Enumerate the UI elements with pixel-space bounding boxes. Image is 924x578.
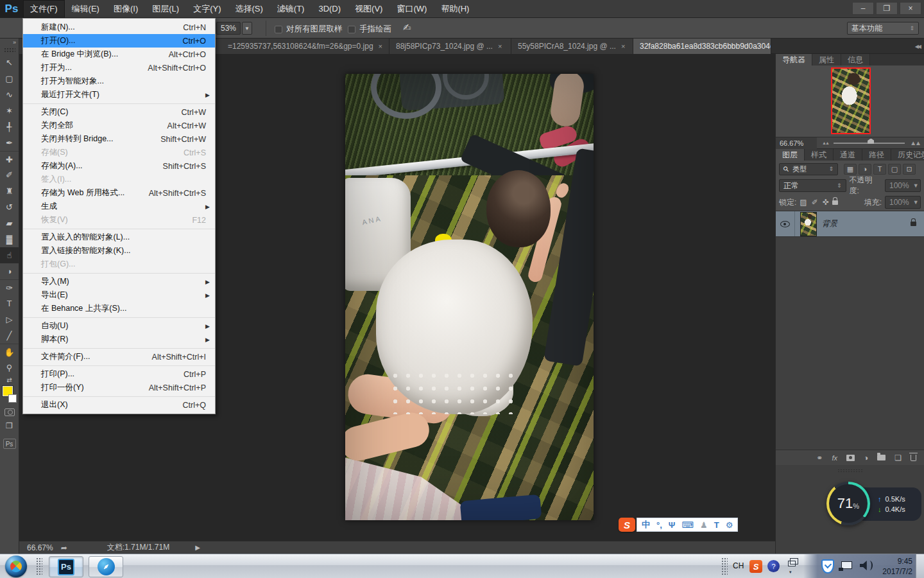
tray-sogou-icon[interactable]: S bbox=[749, 560, 762, 573]
panel-tab[interactable]: 路径 bbox=[862, 149, 891, 161]
zoom-in-icon[interactable]: ▲▲ bbox=[910, 139, 920, 146]
file-menu-item[interactable]: 置入链接的智能对象(K)... ▶ bbox=[23, 244, 215, 258]
file-menu-item[interactable]: 打印一份(Y) Alt+Shift+Ctrl+P ▶ bbox=[23, 381, 215, 394]
file-menu-item[interactable]: 在 Behance 上共享(S)... ▶ bbox=[23, 302, 215, 315]
file-menu-item[interactable]: 打开为智能对象... ▶ bbox=[23, 74, 215, 88]
sample-all-layers-checkbox[interactable] bbox=[275, 26, 282, 33]
navigator-zoom-slider[interactable] bbox=[834, 143, 905, 144]
file-menu-item[interactable]: 打印(P)... Ctrl+P ▶ bbox=[23, 365, 215, 381]
layer-style-icon[interactable]: fx bbox=[832, 454, 837, 462]
tray-window-icon[interactable] bbox=[788, 561, 796, 566]
file-menu-item[interactable]: 打开为... Alt+Shift+Ctrl+O ▶ bbox=[23, 61, 215, 74]
tool-button[interactable]: ╱ bbox=[0, 328, 19, 344]
tray-grip[interactable] bbox=[721, 557, 728, 575]
file-menu-item[interactable]: 导出(E) ▶ bbox=[23, 288, 215, 302]
lock-button[interactable]: ✐ bbox=[812, 198, 818, 207]
share-icon[interactable]: ➦ bbox=[61, 543, 67, 552]
tool-button[interactable]: ▷ bbox=[0, 311, 19, 328]
menubar-item[interactable]: 图像(I) bbox=[107, 0, 145, 18]
file-menu-item[interactable]: 文件简介(F)... Alt+Shift+Ctrl+I ▶ bbox=[23, 348, 215, 363]
file-menu-item[interactable]: 自动(U) ▶ bbox=[23, 317, 215, 333]
menubar-item[interactable]: 帮助(H) bbox=[434, 0, 476, 18]
tool-button[interactable]: T bbox=[0, 295, 19, 311]
chinese-mode-icon[interactable]: 中 bbox=[642, 519, 650, 530]
panel-resize-grip[interactable] bbox=[837, 469, 863, 473]
panel-tab[interactable]: 样式 bbox=[805, 149, 834, 161]
tray-help-icon[interactable]: ? bbox=[767, 560, 780, 572]
swap-colors-icon[interactable]: ⇄ bbox=[0, 376, 19, 385]
add-mask-icon[interactable] bbox=[846, 455, 855, 461]
navigator-proxy-view[interactable] bbox=[831, 67, 871, 134]
background-color-swatch[interactable] bbox=[8, 394, 17, 403]
navigator-zoom-value[interactable]: 66.67% bbox=[776, 137, 817, 149]
tool-button[interactable]: ↖ bbox=[0, 55, 19, 71]
punctuation-icon[interactable]: °, bbox=[656, 520, 662, 530]
microphone-icon[interactable]: Ψ bbox=[669, 520, 676, 530]
file-menu-item[interactable]: 关闭(C) Ctrl+W ▶ bbox=[23, 103, 215, 119]
lock-button[interactable]: ✜ bbox=[823, 198, 829, 207]
document-tab[interactable]: 32fa828ba61ea8d383cb6bbb9d0a304e bbox=[633, 39, 771, 54]
file-menu-item[interactable]: 打开(O)... Ctrl+O ▶ bbox=[23, 34, 215, 48]
menubar-item[interactable]: 滤镜(T) bbox=[270, 0, 312, 18]
file-menu-item[interactable]: 置入嵌入的智能对象(L)... ▶ bbox=[23, 229, 215, 244]
layer-filter-type-select[interactable]: ⚲ 类型 ⇕ bbox=[779, 163, 838, 175]
panel-tab[interactable]: 图层 bbox=[776, 149, 805, 161]
filter-button[interactable]: ◑ bbox=[859, 164, 871, 175]
lock-all-icon[interactable] bbox=[832, 200, 838, 205]
new-layer-icon[interactable]: ❏ bbox=[894, 453, 902, 462]
zoom-out-icon[interactable]: ▲▲ bbox=[822, 141, 828, 145]
status-zoom-value[interactable]: 66.67% bbox=[19, 543, 61, 552]
document-tab[interactable]: 55y58PICrA8_1024.jpg @ ... × bbox=[511, 39, 633, 54]
new-group-icon[interactable] bbox=[877, 455, 886, 460]
network-speed-widget[interactable]: ↑0.5K/s ↓0.4K/s 71 % bbox=[826, 480, 924, 528]
file-menu-item[interactable]: 最近打开文件(T) ▶ bbox=[23, 88, 215, 101]
filter-button[interactable]: ▦ bbox=[844, 164, 857, 175]
menubar-item[interactable]: 选择(S) bbox=[228, 0, 270, 18]
panel-tab[interactable]: 历史记录 bbox=[891, 149, 924, 161]
sogou-logo-icon[interactable]: S bbox=[619, 518, 635, 532]
tool-button[interactable]: ▰ bbox=[0, 215, 19, 231]
tool-button[interactable]: ✒ bbox=[0, 135, 19, 151]
file-menu-item[interactable]: 关闭并转到 Bridge... Shift+Ctrl+W ▶ bbox=[23, 132, 215, 146]
tool-button[interactable]: ▓ bbox=[0, 231, 19, 247]
pressure-icon[interactable]: ✍ bbox=[403, 22, 411, 33]
file-menu-item[interactable]: 恢复(V) F12 ▶ bbox=[23, 213, 215, 227]
skin-shirt-icon[interactable]: T bbox=[714, 520, 719, 530]
tool-button[interactable]: ◑ bbox=[0, 263, 19, 279]
file-menu-item[interactable]: 新建(N)... Ctrl+N ▶ bbox=[23, 21, 215, 34]
workspace-switcher[interactable]: 基本功能 ⇕ bbox=[847, 22, 919, 35]
filter-button[interactable]: ⊡ bbox=[903, 164, 916, 175]
tool-button[interactable]: ⚲ bbox=[0, 360, 19, 376]
menubar-item[interactable]: 文件(F) bbox=[23, 0, 65, 18]
soft-keyboard-icon[interactable]: ⌨ bbox=[681, 520, 694, 530]
file-menu-item[interactable]: 关闭全部 Alt+Ctrl+W ▶ bbox=[23, 119, 215, 132]
menubar-item[interactable]: 图层(L) bbox=[145, 0, 186, 18]
delete-layer-icon[interactable] bbox=[911, 455, 916, 461]
layer-row-background[interactable]: 背景 bbox=[776, 211, 924, 237]
screen-mode-icon[interactable]: ❐ bbox=[0, 421, 19, 430]
window-control-button[interactable]: – bbox=[852, 2, 874, 15]
layer-thumbnail[interactable] bbox=[801, 213, 816, 236]
close-icon[interactable]: × bbox=[379, 42, 382, 50]
lock-button[interactable]: ▨ bbox=[800, 198, 807, 207]
tool-button[interactable]: ✐ bbox=[0, 167, 19, 183]
tool-button[interactable]: ♜ bbox=[0, 183, 19, 199]
file-menu-item[interactable]: 生成 ▶ bbox=[23, 200, 215, 213]
panel-tab[interactable]: 通道 bbox=[834, 149, 862, 161]
file-menu-item[interactable]: 导入(M) ▶ bbox=[23, 273, 215, 288]
close-icon[interactable]: × bbox=[498, 42, 502, 50]
window-control-button[interactable]: ❐ bbox=[876, 2, 898, 15]
tray-clock[interactable]: 9:45 2017/7/2 bbox=[871, 556, 912, 577]
tool-button[interactable]: ✑ bbox=[0, 279, 19, 295]
tool-button[interactable]: ╃ bbox=[0, 119, 19, 135]
tool-button[interactable]: ✋ bbox=[0, 344, 19, 360]
filter-button[interactable]: T bbox=[873, 164, 886, 175]
tray-network-icon[interactable] bbox=[841, 561, 852, 569]
memory-usage-ball[interactable]: 71 % bbox=[826, 482, 870, 525]
adjustment-layer-icon[interactable]: ◑ bbox=[864, 453, 868, 462]
tool-button[interactable]: ↺ bbox=[0, 199, 19, 215]
panel-tab[interactable]: 信息 bbox=[841, 54, 870, 66]
show-desktop-button[interactable] bbox=[916, 554, 924, 578]
panel-tab[interactable]: 导航器 bbox=[776, 54, 812, 66]
collapse-toolbar-icon[interactable]: » bbox=[0, 39, 19, 47]
